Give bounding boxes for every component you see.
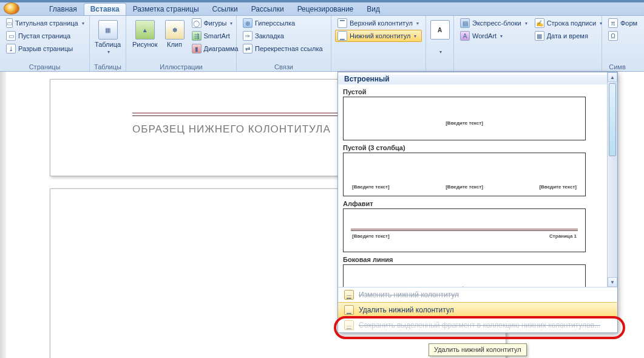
blocks-icon: ▤	[460, 18, 470, 28]
scroll-thumb[interactable]	[609, 83, 616, 156]
chart-icon: ▮	[192, 44, 202, 53]
office-button[interactable]	[4, 2, 19, 15]
gallery-scrollbar[interactable]: ▲ ▼	[607, 72, 617, 287]
remove-icon: ▁	[344, 305, 354, 315]
shapes-icon: ◯	[192, 18, 202, 28]
symbol-button[interactable]: Ω	[606, 30, 640, 42]
tab-home[interactable]: Главная	[42, 3, 84, 15]
tab-review[interactable]: Рецензирование	[291, 3, 361, 15]
quickparts-button[interactable]: ▤Экспресс-блоки	[458, 17, 530, 29]
wordart-icon: A	[460, 31, 470, 41]
gallery-item-empty[interactable]: [Введите текст]	[343, 97, 586, 140]
crossref-icon: ⇄	[243, 44, 253, 53]
scroll-down-icon[interactable]: ▼	[608, 277, 617, 287]
gallery-item-alpha-label: Алфавит	[343, 200, 615, 207]
group-illus-title: Иллюстрации	[130, 63, 232, 71]
ribbon: ▭Титульная страница ▭Пустая страница ⤓Ра…	[0, 16, 644, 72]
table-icon: ▦	[98, 20, 118, 40]
cover-page-button[interactable]: ▭Титульная страница	[4, 17, 86, 29]
wordart-button[interactable]: AWordArt	[458, 30, 530, 42]
group-pages-title: Страницы	[4, 63, 86, 71]
signature-button[interactable]: ✍Строка подписи	[532, 17, 605, 29]
footer-icon: ▁	[337, 31, 347, 41]
datetime-button[interactable]: ▦Дата и время	[532, 30, 605, 42]
textbox-icon: A	[430, 20, 450, 40]
calendar-icon: ▦	[535, 31, 544, 41]
tab-mailings[interactable]: Рассылки	[245, 3, 291, 15]
gallery-item-empty3-label: Пустой (3 столбца)	[343, 144, 615, 151]
gallery-item-side[interactable]: ¹ |	[343, 264, 586, 287]
signature-icon: ✍	[535, 18, 544, 28]
bookmark-icon: ✑	[243, 31, 253, 41]
gallery-item-alpha[interactable]: [Введите текст] Страница 1	[343, 208, 586, 252]
crossref-button[interactable]: ⇄Перекрестная ссылка	[240, 43, 327, 55]
equation-button[interactable]: πФорм	[606, 17, 640, 29]
tab-layout[interactable]: Разметка страницы	[126, 3, 206, 15]
tooltip: Удалить нижний колонтитул	[429, 343, 527, 356]
edit-icon: ▁	[344, 290, 354, 300]
header-button[interactable]: ▔Верхний колонтитул	[335, 17, 422, 29]
picture-button[interactable]: ▲Рисунок	[130, 17, 160, 49]
clip-icon: ✽	[165, 20, 185, 40]
smartart-icon: ⇶	[192, 31, 202, 41]
chart-button[interactable]: ▮Диаграмма	[189, 43, 241, 55]
gallery-heading: Встроенный	[338, 75, 617, 84]
group-links-title: Связи	[240, 63, 327, 71]
shapes-button[interactable]: ◯Фигуры	[189, 17, 241, 29]
group-symbols-title: Симв	[606, 63, 629, 71]
page-icon: ▭	[6, 18, 13, 28]
header-icon: ▔	[337, 18, 347, 28]
page-break-button[interactable]: ⤓Разрыв страницы	[4, 43, 86, 55]
footer-gallery: Встроенный Пустой [Введите текст] Пустой…	[337, 72, 618, 333]
gallery-item-empty-label: Пустой	[343, 88, 615, 95]
hyperlink-button[interactable]: ⊕Гиперссылка	[240, 17, 327, 29]
clip-button[interactable]: ✽Клип	[163, 17, 187, 49]
footer-button[interactable]: ▁Нижний колонтитул	[335, 30, 422, 42]
table-button[interactable]: ▦ Таблица	[92, 17, 123, 56]
gallery-item-side-label: Боковая линия	[343, 256, 615, 263]
omega-icon: Ω	[608, 31, 618, 41]
gallery-item-empty3[interactable]: [Введите текст] [Введите текст] [Введите…	[343, 153, 586, 196]
tab-insert[interactable]: Вставка	[84, 3, 126, 15]
pi-icon: π	[608, 18, 618, 28]
smartart-button[interactable]: ⇶SmartArt	[189, 30, 241, 42]
picture-icon: ▲	[135, 20, 155, 40]
tab-references[interactable]: Ссылки	[206, 3, 245, 15]
group-tables-title: Таблицы	[93, 63, 122, 71]
break-icon: ⤓	[6, 44, 16, 53]
bookmark-button[interactable]: ✑Закладка	[240, 30, 327, 42]
ribbon-tabs: Главная Вставка Разметка страницы Ссылки…	[0, 2, 644, 16]
edit-footer-cmd[interactable]: ▁ Изменить нижний колонтитул	[338, 287, 617, 302]
tab-view[interactable]: Вид	[360, 3, 387, 15]
globe-icon: ⊕	[243, 18, 253, 28]
blank-page-button[interactable]: ▭Пустая страница	[4, 30, 86, 42]
scroll-up-icon[interactable]: ▲	[608, 72, 617, 82]
annotation-highlight	[334, 316, 625, 339]
textbox-button[interactable]: A	[428, 17, 452, 56]
footer-sample-text: ОБРАЗЕЦ НИЖНЕГО КОЛОНТИТУЛА	[132, 123, 331, 136]
page-icon: ▭	[6, 31, 16, 41]
